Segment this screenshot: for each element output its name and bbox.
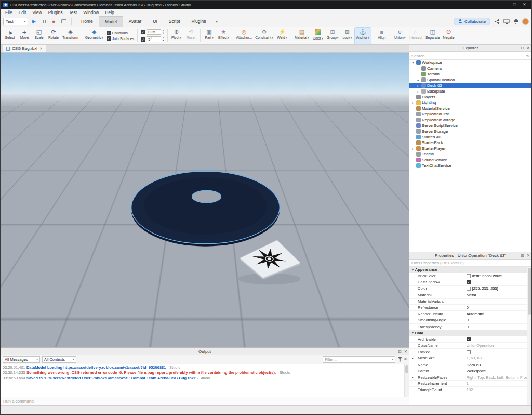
test-mode-dropdown[interactable]: Test ▾ — [3, 18, 28, 25]
expand-arrow-icon[interactable]: ▸ — [412, 357, 414, 360]
property-value-materialvariant[interactable] — [464, 299, 531, 304]
ribbon-button-pivot[interactable]: ⊕Pivot▾ — [169, 28, 184, 44]
property-value-archivable[interactable]: ✓ — [464, 336, 531, 342]
tree-expanded-arrow-icon[interactable]: ▾ — [411, 61, 415, 64]
snap-checkbox-icon[interactable]: ✓ — [141, 30, 145, 34]
tree-collapsed-arrow-icon[interactable]: ▸ — [411, 147, 415, 150]
tree-item-startergui[interactable]: StarterGui — [409, 134, 531, 140]
tree-item-deck-63[interactable]: ▸Deck 63 — [409, 83, 531, 88]
user-avatar[interactable] — [522, 18, 529, 25]
expand-arrow-icon[interactable]: ▸ — [412, 375, 414, 379]
tab-ui[interactable]: UI — [147, 16, 163, 27]
output-filter-input[interactable] — [325, 357, 390, 362]
tab-close-icon[interactable]: ✕ — [39, 47, 43, 51]
pause-button[interactable] — [40, 18, 48, 25]
float-panel-icon[interactable]: ⊡ — [521, 46, 524, 50]
ribbon-button-intersect[interactable]: ∩Intersect — [407, 28, 424, 44]
message-filter-dropdown[interactable]: All Messages ▾ — [3, 356, 40, 363]
property-value-castshadow[interactable]: ✓ — [464, 279, 531, 285]
output-options-icon[interactable]: ≡ — [404, 357, 407, 362]
scrollbar-thumb[interactable] — [528, 268, 531, 315]
tree-collapsed-arrow-icon[interactable]: ▸ — [416, 84, 420, 87]
menu-window[interactable]: Window — [80, 10, 102, 15]
close-button[interactable]: ✕ — [520, 1, 529, 8]
tree-item-starterpack[interactable]: StarterPack — [409, 140, 531, 146]
ribbon-button-transform[interactable]: ◈Transform — [61, 28, 80, 44]
tab-home[interactable]: Home — [75, 16, 99, 27]
ribbon-button-align[interactable]: ≡Align — [375, 28, 389, 44]
tree-item-textchatservice[interactable]: TextChatService — [409, 163, 531, 168]
tree-item-replicatedstorage[interactable]: ReplicatedStorage — [409, 117, 531, 123]
device-emulator-button[interactable] — [60, 18, 68, 25]
snap-checkbox-icon[interactable]: ✓ — [141, 37, 145, 42]
output-panel-header[interactable]: Output ⊡ ✕ — [1, 348, 409, 355]
toggle-collisions[interactable]: ✓Collisions — [107, 31, 134, 35]
ribbon-button-union[interactable]: ∪Union▾ — [393, 28, 407, 44]
tree-item-camera[interactable]: Camera — [409, 66, 531, 71]
ribbon-button-rotate[interactable]: ⟳Rotate — [46, 28, 61, 44]
tab-script[interactable]: Script — [163, 16, 186, 27]
tree-item-terrain[interactable]: Terrain — [409, 71, 531, 77]
property-value-locked[interactable] — [464, 349, 531, 355]
filter-funnel-icon[interactable] — [397, 357, 402, 362]
ribbon-button-separate[interactable]: ◫Separate — [424, 28, 442, 44]
menu-view[interactable]: View — [29, 10, 45, 15]
collaborate-button[interactable]: Collaborate — [454, 18, 490, 25]
document-tab-csg-bug[interactable]: CSG Bug.rbxl ✕ — [3, 45, 46, 52]
ribbon-button-move[interactable]: +Move — [17, 28, 32, 44]
ribbon-button-lock[interactable]: ⊠Lock▾ — [340, 28, 355, 44]
close-panel-icon[interactable]: ✕ — [527, 253, 530, 258]
stop-button[interactable]: ■ — [50, 18, 58, 25]
tab-model[interactable]: Model — [99, 16, 123, 27]
ribbon-button-reset[interactable]: ⟲Reset — [184, 28, 198, 44]
tree-item-spawnlocation[interactable]: ▸SpawnLocation — [409, 77, 531, 83]
property-value-material[interactable]: Metal — [464, 292, 531, 298]
menu-file[interactable]: File — [2, 10, 16, 15]
checkbox-icon[interactable] — [467, 350, 471, 354]
tree-item-players[interactable]: Players — [409, 94, 531, 100]
tab-plugins[interactable]: Plugins — [186, 16, 212, 27]
tree-item-workspace[interactable]: ▾Workspace — [409, 60, 531, 66]
close-panel-icon[interactable]: ✕ — [527, 46, 530, 50]
ribbon-button-part[interactable]: ▣Part▾ — [202, 28, 217, 44]
output-scrollbar[interactable] — [404, 364, 409, 397]
play-button[interactable]: ▶ — [30, 18, 38, 25]
maximize-button[interactable]: ▢ — [510, 1, 519, 8]
search-history-icon[interactable]: ⟲ — [526, 54, 529, 58]
color-swatch-icon[interactable] — [467, 274, 471, 278]
property-value-color[interactable]: [255, 255, 255] — [464, 286, 531, 291]
property-value-reflectance[interactable]: 0 — [464, 305, 531, 310]
tree-item-serverstorage[interactable]: ServerStorage — [409, 128, 531, 134]
menu-plugins[interactable]: Plugins — [45, 10, 66, 15]
stepper-icon[interactable]: ▴▾ — [163, 30, 164, 34]
ribbon-button-scale[interactable]: ◱Scale — [32, 28, 46, 44]
property-value-renderfidelity[interactable]: Automatic — [464, 311, 531, 317]
property-value-brickcolor[interactable]: Institutional white — [464, 273, 531, 279]
share-icon[interactable] — [494, 19, 500, 24]
command-bar-input[interactable] — [1, 399, 409, 404]
menu-edit[interactable]: Edit — [16, 10, 30, 15]
stepper-icon[interactable]: ▴▾ — [163, 37, 164, 42]
minimize-button[interactable]: — — [500, 1, 509, 8]
section-header-appearance[interactable]: ▾Appearance — [409, 267, 531, 273]
properties-filter-input[interactable] — [411, 261, 529, 265]
ribbon-button-color[interactable]: Color▾ — [311, 28, 325, 44]
notifications-bell-icon[interactable] — [513, 19, 518, 24]
tree-collapsed-arrow-icon[interactable]: ▸ — [411, 101, 415, 105]
scrollbar-thumb[interactable] — [405, 365, 408, 373]
tab-avatar[interactable]: Avatar — [123, 16, 147, 27]
tree-item-lighting[interactable]: ▸Lighting — [409, 100, 531, 106]
color-swatch-icon[interactable] — [467, 287, 471, 291]
close-panel-icon[interactable]: ✕ — [404, 349, 407, 354]
properties-scrollbar[interactable] — [527, 267, 531, 405]
ribbon-button-geometric[interactable]: ◆Geometric▾ — [84, 28, 105, 44]
tree-item-teams[interactable]: Teams — [409, 151, 531, 157]
snap-value-input[interactable]: 5° — [147, 36, 161, 42]
property-value-parent[interactable]: Workspace — [464, 368, 531, 374]
checkbox-icon[interactable]: ✓ — [467, 280, 471, 284]
properties-panel-header[interactable]: Properties - UnionOperation "Deck 63" ⊡ … — [409, 252, 531, 260]
toggle-join-surfaces[interactable]: ✓Join Surfaces — [107, 36, 134, 41]
checkbox-icon[interactable]: ✓ — [467, 337, 471, 341]
device-preview-icon[interactable] — [503, 19, 510, 24]
ribbon-button-constraint[interactable]: ⚙Constraint▾ — [254, 28, 275, 44]
